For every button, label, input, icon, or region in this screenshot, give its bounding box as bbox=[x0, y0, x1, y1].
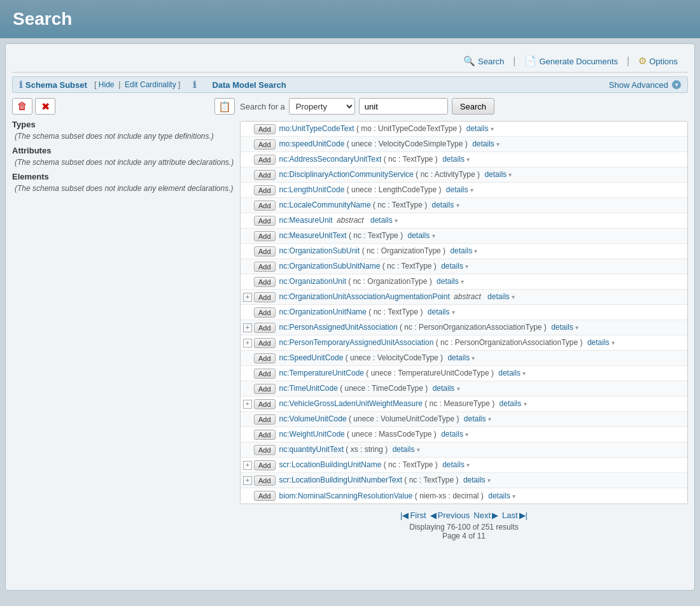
search-toolbar-button[interactable]: 🔍 Search bbox=[459, 54, 508, 68]
element-name: nc:PersonTemporaryAssignedUnitAssociatio… bbox=[279, 338, 434, 347]
add-button[interactable]: Add bbox=[254, 155, 276, 165]
add-button[interactable]: Add bbox=[254, 231, 276, 241]
add-schema-button[interactable]: 📋 bbox=[214, 98, 235, 115]
add-button[interactable]: Add bbox=[254, 460, 276, 470]
expand-icon[interactable]: + bbox=[243, 400, 252, 409]
table-row: Addmo:UnitTypeCodeText ( mo : UnitTypeCo… bbox=[241, 122, 687, 137]
add-button[interactable]: Add bbox=[254, 201, 276, 211]
add-button[interactable]: Add bbox=[254, 399, 276, 409]
edit-cardinality-link[interactable]: Edit Cardinality bbox=[125, 80, 176, 89]
type-info: ( xs : string ) bbox=[346, 445, 388, 454]
add-button[interactable]: Add bbox=[254, 445, 276, 455]
page-info: Displaying 76-100 of 251 results Page 4 … bbox=[240, 523, 688, 540]
type-info: ( unece : MassCodeType ) bbox=[347, 430, 437, 439]
details-link[interactable]: details bbox=[447, 353, 470, 362]
details-link[interactable]: details bbox=[441, 262, 463, 271]
edit-links: [ Hide | Edit Cardinality ] bbox=[92, 80, 181, 89]
add-button[interactable]: Add bbox=[254, 292, 276, 302]
expand-icon[interactable]: + bbox=[243, 293, 252, 302]
add-button[interactable]: Add bbox=[254, 185, 276, 195]
expand-icon[interactable]: + bbox=[243, 323, 252, 332]
element-name: nc:OrganizationSubUnit bbox=[279, 246, 360, 255]
first-page-button[interactable]: |◀ First bbox=[400, 511, 426, 520]
add-button[interactable]: Add bbox=[254, 491, 276, 501]
search-input[interactable] bbox=[359, 98, 448, 115]
last-page-button[interactable]: Last ▶| bbox=[502, 511, 528, 520]
details-link[interactable]: details bbox=[488, 491, 510, 500]
table-row: +Addscr:LocationBuildingUnitName ( nc : … bbox=[241, 458, 687, 473]
details-link[interactable]: details bbox=[472, 139, 494, 148]
details-link[interactable]: details bbox=[498, 369, 521, 377]
options-button[interactable]: ⚙ Options bbox=[634, 54, 682, 68]
result-text: nc:quantityUnitText ( xs : string ) deta… bbox=[279, 444, 420, 455]
details-link[interactable]: details bbox=[393, 445, 415, 454]
add-button[interactable]: Add bbox=[254, 338, 276, 348]
table-row: +Addnc:PersonTemporaryAssignedUnitAssoci… bbox=[241, 335, 687, 351]
element-name: scr:LocationBuildingUnitName bbox=[279, 460, 382, 469]
expand-icon[interactable]: + bbox=[243, 476, 252, 485]
details-link[interactable]: details bbox=[407, 231, 430, 240]
next-icon: ▶ bbox=[492, 511, 498, 520]
details-link[interactable]: details bbox=[428, 307, 450, 316]
details-link[interactable]: details bbox=[464, 414, 486, 423]
first-label: First bbox=[410, 511, 426, 520]
details-link[interactable]: details bbox=[432, 201, 454, 209]
add-button[interactable]: Add bbox=[254, 262, 276, 272]
add-button[interactable]: Add bbox=[254, 139, 276, 150]
remove-button[interactable]: ✖ bbox=[35, 98, 55, 115]
expand-icon[interactable]: + bbox=[243, 339, 252, 348]
details-arrow: ▾ bbox=[466, 156, 470, 163]
element-name: mo:UnitTypeCodeText bbox=[279, 124, 354, 133]
add-button[interactable]: Add bbox=[254, 277, 276, 287]
details-link[interactable]: details bbox=[500, 399, 522, 408]
table-row: Addnc:MeasureUnit abstract details ▾ bbox=[241, 213, 687, 229]
add-button[interactable]: Add bbox=[254, 384, 276, 394]
search-button[interactable]: Search bbox=[452, 98, 494, 115]
hide-link[interactable]: Hide bbox=[99, 80, 115, 89]
attributes-heading: Attributes bbox=[12, 146, 235, 155]
remove-icon: ✖ bbox=[41, 101, 50, 113]
remove-all-button[interactable]: 🗑 bbox=[12, 98, 32, 115]
details-link[interactable]: details bbox=[441, 430, 463, 439]
add-button[interactable]: Add bbox=[254, 476, 276, 486]
expand-icon[interactable]: + bbox=[243, 461, 252, 470]
details-link[interactable]: details bbox=[551, 323, 573, 332]
table-row: Addnc:OrganizationUnitName ( nc : TextTy… bbox=[241, 305, 687, 320]
details-link[interactable]: details bbox=[433, 384, 455, 393]
add-button[interactable]: Add bbox=[254, 430, 276, 440]
table-row: Addnc:quantityUnitText ( xs : string ) d… bbox=[241, 442, 687, 458]
add-button[interactable]: Add bbox=[254, 216, 276, 226]
details-link[interactable]: details bbox=[442, 460, 465, 469]
details-link[interactable]: details bbox=[466, 124, 489, 133]
details-link[interactable]: details bbox=[484, 170, 507, 179]
left-panel: 🗑 ✖ 📋 Types (The schema subset does not … bbox=[12, 98, 235, 540]
generate-docs-button[interactable]: 📄 Generate Documents bbox=[521, 54, 622, 68]
details-link[interactable]: details bbox=[487, 292, 510, 301]
add-button[interactable]: Add bbox=[254, 323, 276, 333]
details-link[interactable]: details bbox=[370, 216, 393, 225]
details-link[interactable]: details bbox=[442, 155, 465, 164]
type-info: ( nc : TextType ) bbox=[349, 231, 403, 240]
show-advanced-link[interactable]: Show Advanced ▾ bbox=[609, 80, 681, 90]
table-row: Addnc:OrganizationSubUnitName ( nc : Tex… bbox=[241, 259, 687, 274]
next-page-button[interactable]: Next ▶ bbox=[473, 511, 498, 520]
previous-page-button[interactable]: ◀ Previous bbox=[430, 511, 470, 520]
details-arrow: ▾ bbox=[465, 263, 468, 270]
details-link[interactable]: details bbox=[446, 185, 468, 194]
add-button[interactable]: Add bbox=[254, 124, 276, 134]
result-text: nc:LengthUnitCode ( unece : LengthCodeTy… bbox=[279, 185, 473, 195]
add-button[interactable]: Add bbox=[254, 307, 276, 318]
add-button[interactable]: Add bbox=[254, 246, 276, 257]
add-button[interactable]: Add bbox=[254, 414, 276, 425]
details-link[interactable]: details bbox=[587, 338, 610, 347]
details-link[interactable]: details bbox=[450, 246, 472, 255]
pagination: |◀ First ◀ Previous Next ▶ Last ▶| bbox=[240, 511, 688, 520]
add-button[interactable]: Add bbox=[254, 353, 276, 363]
details-link[interactable]: details bbox=[463, 476, 486, 484]
element-name: scr:LocationBuildingUnitNumberText bbox=[279, 476, 402, 484]
property-select[interactable]: Property Type Namespace Element Attribut… bbox=[289, 98, 355, 115]
details-link[interactable]: details bbox=[437, 277, 459, 286]
add-button[interactable]: Add bbox=[254, 170, 276, 180]
schema-section-title: Schema Subset bbox=[25, 80, 87, 90]
add-button[interactable]: Add bbox=[254, 369, 276, 379]
